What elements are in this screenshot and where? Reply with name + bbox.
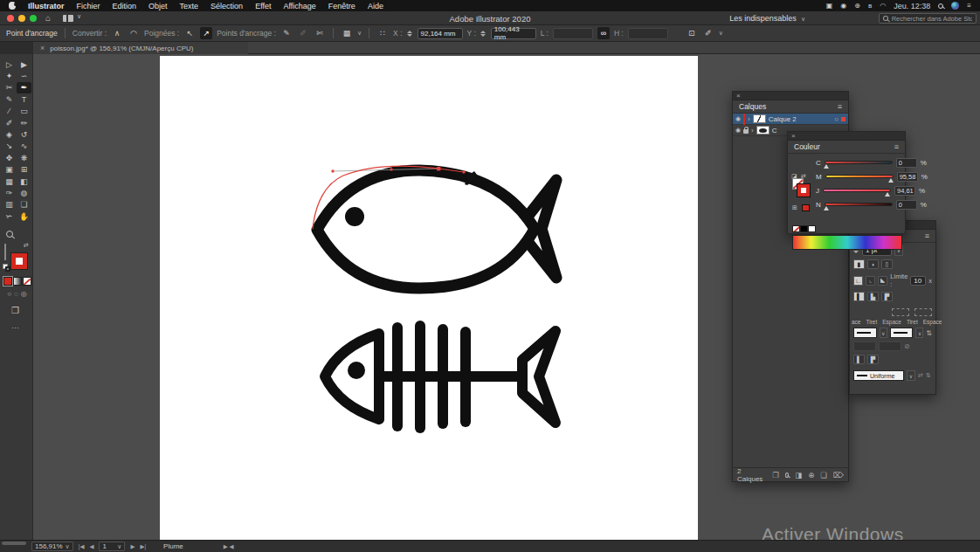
toolbar-more-icon[interactable]: …	[11, 321, 19, 330]
join-round-button[interactable]: ◟	[866, 276, 875, 286]
lock-icon[interactable]	[743, 129, 749, 134]
visibility-eye-icon[interactable]: ◉	[735, 127, 741, 134]
handle-end-point[interactable]	[462, 170, 465, 173]
target-circle-icon[interactable]: ○	[834, 115, 839, 123]
swap-fill-stroke-icon[interactable]: ⇄	[24, 242, 29, 249]
next-artboard-icon[interactable]: ▶	[130, 543, 135, 550]
menu-texte[interactable]: Texte	[180, 2, 199, 10]
previous-artboard-icon[interactable]: ◀	[89, 543, 93, 550]
join-bevel-button[interactable]: ◣	[878, 276, 887, 286]
menu-fenetre[interactable]: Fenêtre	[328, 2, 355, 10]
close-panel-icon[interactable]: ×	[791, 132, 796, 140]
stroke-swatch[interactable]	[11, 253, 27, 269]
tool-scale[interactable]: ↘	[2, 141, 17, 152]
tool-hand[interactable]: ✋	[17, 210, 31, 222]
bluetooth-icon[interactable]: ʙ	[868, 2, 872, 10]
menubar-clock[interactable]: Jeu. 12:38	[894, 2, 930, 10]
tool-rectangle[interactable]: ▭	[17, 106, 31, 117]
x-value-field[interactable]: 92,164 mm	[418, 28, 463, 39]
tool-blend[interactable]: ◍	[17, 187, 31, 198]
black-value-field[interactable]: 0	[896, 200, 917, 210]
expand-chevron-icon[interactable]: ›	[751, 127, 754, 135]
y-value-field[interactable]: 100,443 mm	[491, 28, 536, 39]
tool-shape-builder[interactable]: ▣	[2, 164, 17, 176]
miter-limit-field[interactable]: 10	[910, 276, 926, 286]
tool-shaper[interactable]: ✏	[17, 117, 31, 128]
menu-affichage[interactable]: Affichage	[283, 2, 315, 10]
handle-end-point[interactable]	[331, 169, 334, 172]
screen-mode-icon[interactable]: ❐	[11, 306, 19, 315]
black-slider-track[interactable]	[825, 203, 893, 206]
expand-chevron-icon[interactable]: ›	[748, 115, 750, 123]
default-fill-stroke-icon[interactable]	[3, 264, 10, 272]
slider-thumb[interactable]	[824, 164, 829, 169]
arrowhead-align-tip-button[interactable]: ▌	[853, 355, 865, 364]
tool-curvature[interactable]: ✎	[2, 93, 17, 105]
transform-icon[interactable]: ⊡	[686, 27, 698, 39]
layer-name[interactable]: Calque 2	[769, 115, 797, 123]
adobe-stock-search-input[interactable]: Rechercher dans Adobe Stock	[879, 13, 977, 24]
gamut-warning-icon[interactable]: ⊞	[792, 204, 797, 211]
anchor-point[interactable]	[390, 168, 392, 170]
screen-recording-icon[interactable]: ▣	[826, 2, 833, 10]
align-stroke-outside-button[interactable]: ▛	[881, 292, 893, 301]
menu-aide[interactable]: Aide	[368, 2, 383, 10]
color-panel-tab[interactable]: Couleur ≡	[788, 141, 905, 154]
none-button[interactable]	[23, 277, 31, 286]
tool-gradient[interactable]: ◧	[17, 176, 31, 187]
tool-free-transform[interactable]: ✥	[2, 152, 17, 163]
tool-direct-selection[interactable]: ▶	[17, 59, 31, 70]
yellow-slider-track[interactable]	[823, 189, 891, 192]
spotlight-search-icon[interactable]	[938, 3, 943, 9]
draw-inside-icon[interactable]: ◎	[21, 290, 27, 298]
tool-eyedropper[interactable]: ✑	[2, 187, 17, 198]
cyan-value-field[interactable]: 0	[896, 158, 917, 168]
last-artboard-icon[interactable]: ▶|	[140, 543, 146, 550]
slider-thumb[interactable]	[885, 192, 890, 197]
slider-thumb[interactable]	[888, 178, 894, 183]
tool-pen[interactable]: ✒	[17, 82, 31, 93]
draw-behind-icon[interactable]: ◌	[14, 290, 18, 298]
tool-zoom[interactable]	[6, 225, 13, 241]
layer-row-calque2[interactable]: ◉ › Calque 2 ○	[733, 114, 848, 125]
panel-menu-icon[interactable]: ≡	[894, 142, 899, 151]
new-sublayer-icon[interactable]: ⊕	[808, 471, 814, 480]
draw-normal-icon[interactable]: ○	[7, 290, 11, 298]
tool-scissors[interactable]: ✂	[2, 82, 17, 93]
yellow-value-field[interactable]: 94,61	[894, 186, 915, 196]
zoom-level-dropdown[interactable]: 156,91% ∨	[31, 542, 73, 551]
align-stroke-inside-button[interactable]: ▙	[867, 292, 879, 301]
y-stepper[interactable]	[480, 31, 486, 37]
gamut-color-swatch[interactable]	[802, 204, 810, 211]
convert-to-smooth-button[interactable]: ◠	[128, 27, 140, 39]
menu-fichier[interactable]: Fichier	[77, 2, 100, 10]
siri-icon[interactable]	[951, 2, 959, 10]
globe-icon[interactable]: ⊕	[854, 2, 860, 10]
cyan-slider-track[interactable]	[825, 161, 893, 164]
selection-indicator[interactable]	[841, 117, 845, 121]
slider-thumb[interactable]	[824, 206, 829, 210]
tool-magic-wand[interactable]: ✦	[2, 70, 17, 81]
remove-anchor-button[interactable]: ✎	[280, 27, 293, 39]
constrain-proportions-icon[interactable]: ∞	[597, 27, 610, 39]
color-button[interactable]	[3, 277, 12, 286]
arrowhead-start-dropdown[interactable]	[853, 328, 877, 338]
x-stepper[interactable]	[407, 31, 412, 37]
white-swatch[interactable]	[808, 225, 816, 232]
menu-objet[interactable]: Objet	[148, 2, 168, 10]
color-spectrum-bar[interactable]	[792, 235, 902, 250]
arrowhead-end-dropdown[interactable]	[890, 328, 914, 338]
tool-artboard[interactable]: ❏	[17, 199, 31, 210]
convert-to-corner-button[interactable]: ∧	[111, 27, 123, 39]
menu-effet[interactable]: Effet	[255, 2, 271, 10]
tool-mesh[interactable]: ▦	[2, 176, 17, 187]
horizontal-scrollbar-thumb[interactable]	[2, 542, 26, 545]
tool-lasso[interactable]: ∽	[17, 70, 31, 81]
dash-align-button[interactable]	[914, 308, 932, 316]
collapse-arrows-icon[interactable]: ▶ ◀	[224, 543, 234, 550]
connect-anchor-button[interactable]: ✐	[297, 27, 309, 39]
brush-options-icon[interactable]: ✐	[702, 27, 714, 39]
arrowhead-align-end-button[interactable]: ▛	[867, 355, 879, 364]
tool-selection[interactable]: ▷	[2, 59, 17, 70]
menu-edition[interactable]: Edition	[113, 2, 137, 10]
